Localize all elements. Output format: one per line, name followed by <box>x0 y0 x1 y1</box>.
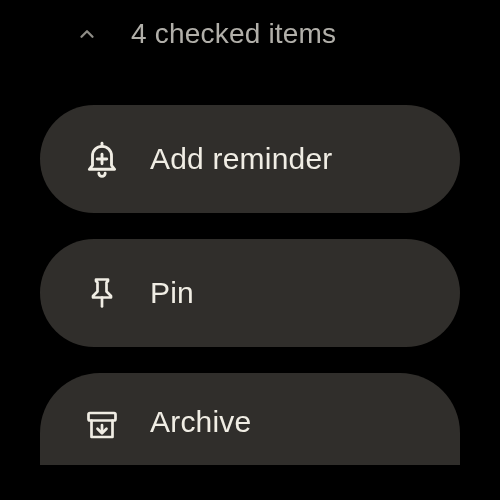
pin-button[interactable]: Pin <box>40 239 460 347</box>
action-menu: Add reminder Pin Archive <box>0 50 500 425</box>
svg-rect-3 <box>89 413 116 421</box>
bell-add-icon <box>82 139 122 179</box>
archive-icon <box>82 405 122 445</box>
chevron-up-icon <box>75 22 99 46</box>
pin-icon <box>82 273 122 313</box>
checked-items-header[interactable]: 4 checked items <box>0 0 500 50</box>
menu-item-label: Archive <box>150 405 251 439</box>
menu-item-label: Pin <box>150 276 194 310</box>
checked-items-label: 4 checked items <box>131 18 336 50</box>
archive-button[interactable]: Archive <box>40 373 460 465</box>
menu-item-label: Add reminder <box>150 142 333 176</box>
add-reminder-button[interactable]: Add reminder <box>40 105 460 213</box>
